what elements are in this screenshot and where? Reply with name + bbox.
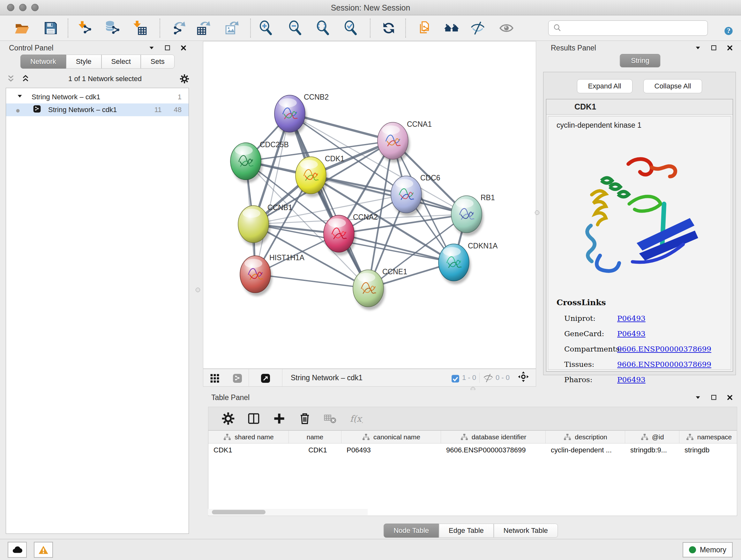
tab-network-table[interactable]: Network Table <box>494 523 558 538</box>
tab-network[interactable]: Network <box>20 55 66 69</box>
network-node-CCNE1[interactable] <box>353 270 385 310</box>
gene-details: cyclin-dependent kinase 1 CrossLinks <box>548 116 731 370</box>
float-panel-icon[interactable] <box>163 44 174 54</box>
network-node-CCNB2[interactable] <box>274 95 307 135</box>
network-node-CDKN1A[interactable] <box>439 244 471 284</box>
crosslink-link[interactable]: 9606.ENSP00000378699 <box>617 360 711 368</box>
network-node-CDC6[interactable] <box>391 176 423 216</box>
tab-string[interactable]: String <box>620 54 660 67</box>
network-node-CCNA2[interactable] <box>324 215 356 255</box>
tab-sets[interactable]: Sets <box>141 55 175 69</box>
export-table-button[interactable] <box>195 19 212 37</box>
panel-menu-icon[interactable] <box>694 44 704 54</box>
column-header-database-identifier[interactable]: database identifier <box>441 431 546 443</box>
add-column-icon[interactable] <box>272 412 286 426</box>
network-edge[interactable] <box>255 114 290 274</box>
table-cell[interactable]: CDK1 <box>289 443 341 458</box>
network-canvas[interactable]: CCNB2 CCNA1 CDC25B CDK1 CDC6 <box>203 41 536 369</box>
float-panel-icon[interactable] <box>710 393 720 403</box>
network-snapshot-button[interactable] <box>416 19 434 37</box>
network-collection-row[interactable]: String Network – cdk1 1 <box>6 91 189 104</box>
open-folder-button[interactable] <box>13 19 31 37</box>
network-node-CDK1[interactable] <box>295 157 328 197</box>
crosslink-link[interactable]: 9606.ENSP00000378699 <box>617 345 711 353</box>
zoom-out-button[interactable] <box>286 19 305 37</box>
panel-menu-icon[interactable] <box>694 393 704 403</box>
column-header-shared-name[interactable]: shared name <box>208 431 289 443</box>
table-cell[interactable]: cyclin-dependent ... <box>546 443 625 458</box>
close-panel-icon[interactable] <box>726 393 736 403</box>
network-node-HIST1H1A[interactable] <box>240 256 272 296</box>
detach-view-button[interactable] <box>249 369 282 386</box>
import-table-button[interactable] <box>131 19 149 37</box>
collapse-all-networks-icon[interactable] <box>6 74 16 84</box>
close-panel-icon[interactable] <box>179 44 190 54</box>
function-builder-icon[interactable]: f(x) <box>349 412 363 426</box>
zoom-fit-button[interactable] <box>314 19 332 37</box>
import-database-button[interactable] <box>104 19 122 37</box>
table-cell[interactable]: CDK1 <box>208 443 289 458</box>
column-header-name[interactable]: name <box>289 431 341 443</box>
export-image-button[interactable] <box>223 19 241 37</box>
network-view-button[interactable] <box>226 369 249 386</box>
network-edge[interactable] <box>290 114 368 288</box>
import-network-button[interactable] <box>76 19 94 37</box>
refresh-button[interactable] <box>380 19 398 37</box>
attribute-tree-icon <box>223 433 231 441</box>
memory-button[interactable]: Memory <box>683 542 733 557</box>
show-all-button[interactable] <box>497 19 515 37</box>
cloud-status-button[interactable] <box>8 542 27 558</box>
tab-style[interactable]: Style <box>66 55 102 69</box>
search-input[interactable] <box>562 22 708 35</box>
table-cell[interactable]: P06493 <box>341 443 441 458</box>
network-options-gear-icon[interactable] <box>179 74 190 84</box>
delete-table-icon[interactable] <box>323 412 337 426</box>
left-splitter-handle[interactable] <box>196 288 200 292</box>
collapse-all-button[interactable]: Collapse All <box>643 79 702 93</box>
column-header-description[interactable]: description <box>546 431 625 443</box>
close-panel-icon[interactable] <box>726 44 736 54</box>
table-cell[interactable]: 9606.ENSP00000378699 <box>441 443 546 458</box>
selected-nodes-toggle[interactable] <box>448 369 460 386</box>
first-neighbors-button[interactable] <box>443 19 461 37</box>
network-node-CCNB1[interactable] <box>238 206 270 246</box>
collapse-entry-icon[interactable] <box>546 102 556 112</box>
grid-view-button[interactable] <box>203 369 226 386</box>
table-cell[interactable]: stringdb:9... <box>625 443 679 458</box>
help-button[interactable]: ? <box>721 20 737 37</box>
network-row[interactable]: String Network – cdk1 11 48 <box>6 104 189 116</box>
gene-header[interactable]: CDK1 <box>546 99 733 115</box>
table-horizontal-scrollbar[interactable] <box>208 509 367 515</box>
crosslink-link[interactable]: P06493 <box>617 314 646 322</box>
expand-all-networks-icon[interactable] <box>20 74 30 84</box>
column-header-namespace[interactable]: namespace <box>679 431 737 443</box>
fit-selected-button[interactable] <box>513 369 536 386</box>
warnings-button[interactable] <box>34 542 53 558</box>
tab-edge-table[interactable]: Edge Table <box>439 523 494 538</box>
table-cell[interactable]: stringdb <box>679 443 737 458</box>
hidden-nodes-toggle[interactable] <box>480 369 494 386</box>
zoom-in-button[interactable] <box>257 19 275 37</box>
crosslink-link[interactable]: P06493 <box>617 375 646 384</box>
expand-all-button[interactable]: Expand All <box>577 79 632 93</box>
export-network-button[interactable] <box>170 19 187 37</box>
column-header-canonical-name[interactable]: canonical name <box>341 431 441 443</box>
collection-expander-icon[interactable] <box>16 92 26 102</box>
column-header-@id[interactable]: @id <box>625 431 679 443</box>
split-columns-icon[interactable] <box>247 412 261 426</box>
network-node-RB1[interactable] <box>451 196 483 236</box>
right-splitter-handle[interactable] <box>535 210 539 215</box>
network-graph[interactable]: CCNB2 CCNA1 CDC25B CDK1 CDC6 <box>203 42 536 368</box>
tab-select[interactable]: Select <box>102 55 141 69</box>
tab-node-table[interactable]: Node Table <box>384 523 439 538</box>
delete-column-icon[interactable] <box>298 412 312 426</box>
network-edge[interactable] <box>255 274 368 288</box>
save-button[interactable] <box>42 19 60 37</box>
zoom-selected-button[interactable] <box>342 19 360 37</box>
network-node-CCNA1[interactable] <box>378 122 410 163</box>
hide-selected-button[interactable] <box>469 19 487 37</box>
panel-menu-icon[interactable] <box>147 44 158 54</box>
float-panel-icon[interactable] <box>710 44 720 54</box>
gear-icon[interactable] <box>221 412 235 426</box>
crosslink-link[interactable]: P06493 <box>617 329 646 338</box>
